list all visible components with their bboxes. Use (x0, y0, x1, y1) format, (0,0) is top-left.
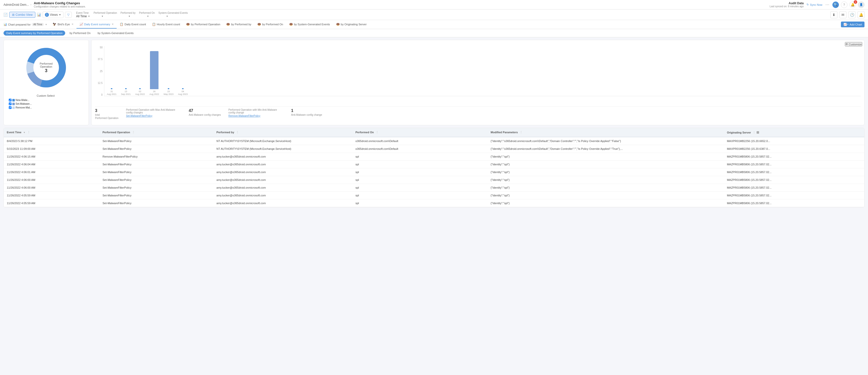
cell-performed-by-4: amy.tucker@o365droid.onmicrosoft.com (213, 168, 352, 176)
sub-tab-by-performed-operation[interactable]: Daily Event summary by Performed Operati… (3, 31, 65, 36)
table-settings-icon[interactable]: ⊞ (756, 131, 759, 134)
cell-performed-op-5: Set-MalwareFilterPolicy (99, 176, 213, 184)
bar-small-aug2023 (182, 88, 184, 89)
chart-time-badge[interactable]: All Time (32, 23, 44, 26)
daily-count-icon: 📋 (120, 23, 123, 26)
bar-group-may2023: 15May 2023 (163, 88, 174, 96)
views-button[interactable]: 1 Views ▼ (43, 11, 63, 18)
chart-tabs: 📊 Chart prepared for All Time ▼ 🦅 Bird's… (0, 20, 868, 29)
performed-by-value[interactable]: ▼ (121, 14, 136, 18)
system-events-value[interactable]: ▼ (158, 14, 188, 18)
birds-eye-close-icon[interactable]: ✕ (71, 23, 73, 26)
cell-event-time-4: 11/26/2022 4:06:01 AM (4, 168, 99, 176)
more-options-button[interactable]: ⋯ (825, 2, 829, 7)
bar-group-aug2022a: 02Aug 2022 (135, 88, 145, 96)
x-label-may2023: 15May 2023 (163, 90, 174, 96)
cell-performed-op-4: Set-MalwareFilterPolicy (99, 168, 213, 176)
tab-birds-eye[interactable]: 🦅 Bird's Eye ✕ (50, 21, 76, 29)
filter-button[interactable]: ▽ (65, 12, 72, 18)
col-menu-performed-by[interactable]: ⋮ (236, 131, 239, 134)
system-events-label: System-Generated Events (158, 11, 188, 14)
tab-by-performed-by[interactable]: 🍩 by Performed by (223, 21, 254, 29)
email-button[interactable]: ✉ (839, 11, 846, 18)
add-chart-icon: 📈+ (843, 23, 848, 26)
performed-on-arrow-icon: ▼ (147, 15, 149, 18)
stat-min: Performed Operation with Min Anti-Malwar… (228, 108, 284, 120)
chart-icon[interactable]: 📊 (37, 13, 41, 17)
remove-malware-checkbox[interactable] (9, 106, 11, 109)
customize-button[interactable]: ⚙ Customize (845, 42, 862, 46)
table-row: 8/4/2023 5:38:12 PM Set-MalwareFilterPol… (4, 137, 864, 145)
stat-min-link[interactable]: Remove-MalwareFilterPolicy (228, 114, 284, 117)
cell-performed-by-3: amy.tucker@o365droid.onmicrosoft.com (213, 161, 352, 168)
stat-total-sub: Performed Operation (95, 117, 118, 120)
cell-performed-by-5: amy.tucker@o365droid.onmicrosoft.com (213, 176, 352, 184)
cell-orig-server-2: MAZPR01MB5806 (15.20.5857.02... (724, 153, 864, 161)
stat-max-count: 47 Anti-Malware config changes (189, 108, 221, 120)
add-chart-button[interactable]: 📈+ Add Chart (841, 22, 865, 27)
daily-summary-icon: 📈 (80, 23, 83, 26)
daily-summary-close-icon[interactable]: ✕ (112, 23, 114, 26)
tab-by-performed-on[interactable]: 🍩 by Performed On (254, 21, 286, 29)
hourly-count-icon: 📋 (152, 23, 156, 26)
y-label-25: 25 (95, 70, 102, 73)
combo-view-icon: ⊞ (12, 13, 14, 16)
tab-by-system-generated[interactable]: 🍩 by System-Generated Events (286, 21, 333, 29)
bars-container: 31Aug 2021 13Sep 2021 02Aug 2022 (104, 46, 861, 96)
col-menu-performed-op[interactable]: ⋮ (132, 131, 135, 134)
tab-daily-event-count[interactable]: 📋 Daily Event count (117, 21, 149, 29)
help-button[interactable]: ? (841, 1, 847, 8)
sync-now-button[interactable]: ↻ Sync Now (807, 3, 823, 6)
search-button[interactable]: 🔍 (832, 1, 839, 8)
app-nav-label[interactable]: AdminDroid Dem... (3, 3, 29, 6)
set-malware-checkbox[interactable] (9, 102, 11, 105)
alert-button[interactable]: 🔔 (858, 11, 865, 18)
cell-performed-by-1: NT AUTHORITY\SYSTEM (Microsoft.Exchange.… (213, 145, 352, 153)
col-menu-orig-server[interactable]: ⋮ (753, 131, 755, 134)
cell-performed-on-2: spl (352, 153, 488, 161)
combo-view-button[interactable]: ⊞ Combo View (9, 12, 35, 18)
cell-modified-params-2: {"Identity":"spl"} (488, 153, 724, 161)
performed-on-filter: Performed On ▼ (139, 11, 155, 18)
download-button[interactable]: ⬇ (830, 11, 837, 18)
col-menu-modified-params[interactable]: ⋮ (520, 131, 522, 134)
chart-tabs-list: 🦅 Bird's Eye ✕ 📈 Daily Event summary ✕ 📋… (50, 21, 841, 29)
performed-by-tab-icon: 🍩 (226, 23, 230, 26)
performed-by-arrow-icon: ▼ (128, 15, 130, 18)
col-modified-params: Modified Parameters ⋮ (488, 128, 724, 137)
sort-event-time-icon[interactable]: ▼ (23, 131, 26, 134)
stat-max-link[interactable]: Set-MalwareFilterPolicy (126, 114, 181, 117)
cell-modified-params-1: {"Identity":"o365droid.onmicrosoft.com\\… (488, 145, 724, 153)
table-row: 11/26/2022 4:06:00 AM Set-MalwareFilterP… (4, 184, 864, 192)
chart-prepared-label: Chart prepared for (8, 23, 31, 26)
col-menu-event-time[interactable]: ⋮ (27, 131, 30, 134)
nav-chevron-icon: › (30, 3, 31, 6)
tab-by-performed-operation[interactable]: 🍩 by Performed Operation (183, 21, 223, 29)
sub-tab-by-system-generated[interactable]: by System-Generated Events (95, 31, 136, 36)
document-icon[interactable]: 📄 (3, 13, 8, 17)
stat-total: 3 total Performed Operation (95, 108, 118, 120)
toolbar: 📄 ⊞ Combo View 📊 1 Views ▼ ▽ Event Time … (0, 9, 868, 20)
cell-performed-op-3: Set-MalwareFilterPolicy (99, 161, 213, 168)
event-time-value[interactable]: All Time ▼ (76, 14, 90, 18)
birds-eye-icon: 🦅 (53, 23, 56, 26)
tab-daily-event-summary[interactable]: 📈 Daily Event summary ✕ (76, 21, 117, 29)
performed-on-value[interactable]: ▼ (139, 14, 155, 18)
new-malware-checkbox[interactable] (9, 99, 11, 101)
sync-icon: ↻ (807, 3, 809, 6)
page-title: Anti-Malware Config Changes (34, 1, 86, 5)
table-row: 11/26/2022 4:05:59 AM Set-MalwareFilterP… (4, 199, 864, 207)
cell-performed-by-6: amy.tucker@o365droid.onmicrosoft.com (213, 184, 352, 192)
table-row: 11/26/2022 4:06:04 AM Set-MalwareFilterP… (4, 161, 864, 168)
y-axis: 50 37.5 25 12.5 0 (95, 46, 102, 96)
stat-max-sub: Anti-Malware config changes (189, 113, 221, 116)
tab-by-originating-server[interactable]: 🍩 by Originating Server (333, 21, 370, 29)
sub-tab-by-performed-on[interactable]: by Performed On (67, 31, 93, 36)
col-menu-performed-on[interactable]: ⋮ (376, 131, 378, 134)
donut-center-label: Performed Operation (35, 62, 57, 68)
schedule-button[interactable]: 🕐 (848, 11, 856, 18)
performed-op-value[interactable]: ▼ (94, 14, 117, 18)
tab-hourly-event-count[interactable]: 📋 Hourly Event count (149, 21, 183, 29)
user-avatar[interactable]: 👤 (858, 1, 865, 8)
bar-group-aug2023: 04Aug 2023 (178, 88, 188, 96)
